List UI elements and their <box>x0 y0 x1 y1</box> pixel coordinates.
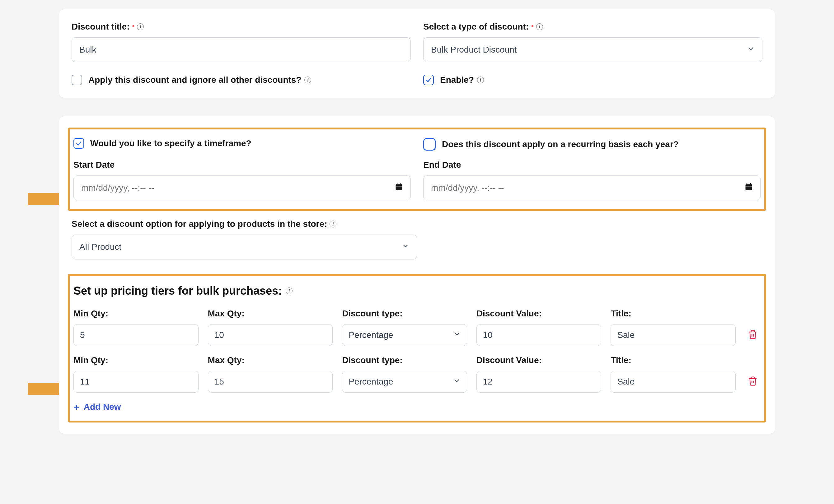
start-date-label: Start Date <box>73 160 411 170</box>
required-dot: • <box>531 23 534 29</box>
end-date-label: End Date <box>423 160 761 170</box>
start-date-input[interactable] <box>73 175 411 200</box>
svg-rect-4 <box>397 183 397 185</box>
discount-option-label: Select a discount option for applying to… <box>71 219 763 229</box>
tier-title-input[interactable] <box>611 371 736 393</box>
tier-type-select[interactable] <box>342 324 467 346</box>
help-icon[interactable]: i <box>536 23 543 30</box>
callout-arrow-1 <box>28 193 62 205</box>
tier-min-input[interactable] <box>73 324 199 346</box>
tier-value-label: Discount Value: <box>477 355 601 365</box>
discount-title-input[interactable] <box>71 37 411 62</box>
ignore-others-checkbox[interactable] <box>71 75 82 85</box>
tiers-highlight: Set up pricing tiers for bulk purchases:… <box>68 274 766 422</box>
tier-type-label: Discount type: <box>342 355 467 365</box>
tier-value-label: Discount Value: <box>477 309 601 319</box>
add-new-tier-button[interactable]: + Add New <box>73 402 761 412</box>
tier-row: Min Qty: Max Qty: Discount type: Discoun… <box>73 355 761 393</box>
calendar-icon[interactable] <box>395 183 403 194</box>
end-date-input[interactable] <box>423 175 761 200</box>
svg-rect-10 <box>746 186 752 187</box>
enable-label: Enable? i <box>440 75 484 85</box>
plus-icon: + <box>73 402 79 412</box>
trash-icon[interactable] <box>748 376 758 388</box>
svg-rect-8 <box>747 183 747 185</box>
timeframe-highlight: Would you like to specify a timeframe? D… <box>68 128 766 211</box>
tier-max-input[interactable] <box>208 371 333 393</box>
recurring-label: Does this discount apply on a recurring … <box>442 139 679 149</box>
discount-basic-card: Discount title: • i Select a type of dis… <box>59 9 775 98</box>
add-new-label: Add New <box>84 402 121 412</box>
discount-type-label: Select a type of discount: • i <box>423 22 763 32</box>
svg-rect-9 <box>750 183 751 185</box>
discount-type-select[interactable] <box>423 37 763 62</box>
tier-title-label: Title: <box>611 309 736 319</box>
tier-max-input[interactable] <box>208 324 333 346</box>
tier-value-input[interactable] <box>477 371 601 393</box>
ignore-others-label: Apply this discount and ignore all other… <box>88 75 311 85</box>
tier-type-select[interactable] <box>342 371 467 393</box>
tier-value-input[interactable] <box>477 324 601 346</box>
tier-min-input[interactable] <box>73 371 199 393</box>
help-icon[interactable]: i <box>330 221 336 227</box>
enable-checkbox[interactable] <box>423 75 434 85</box>
specify-timeframe-label: Would you like to specify a timeframe? <box>90 138 251 148</box>
calendar-icon[interactable] <box>744 183 753 194</box>
svg-rect-6 <box>396 186 402 187</box>
tier-min-label: Min Qty: <box>73 309 199 319</box>
recurring-checkbox[interactable] <box>423 138 436 151</box>
trash-icon[interactable] <box>748 329 758 342</box>
tier-max-label: Max Qty: <box>208 355 333 365</box>
discount-title-label: Discount title: • i <box>71 22 411 32</box>
help-icon[interactable]: i <box>304 76 311 83</box>
tier-min-label: Min Qty: <box>73 355 199 365</box>
tier-type-label: Discount type: <box>342 309 467 319</box>
svg-rect-5 <box>400 183 401 185</box>
required-dot: • <box>132 23 135 29</box>
svg-rect-7 <box>746 184 752 190</box>
help-icon[interactable]: i <box>286 287 292 294</box>
help-icon[interactable]: i <box>137 23 144 30</box>
tier-max-label: Max Qty: <box>208 309 333 319</box>
tiers-heading: Set up pricing tiers for bulk purchases:… <box>73 284 761 298</box>
discount-config-card: Would you like to specify a timeframe? D… <box>59 116 775 434</box>
callout-arrow-2 <box>28 383 62 395</box>
tier-title-input[interactable] <box>611 324 736 346</box>
help-icon[interactable]: i <box>477 76 484 83</box>
tier-row: Min Qty: Max Qty: Discount type: Discoun… <box>73 309 761 346</box>
tier-title-label: Title: <box>611 355 736 365</box>
discount-option-select[interactable] <box>71 235 417 260</box>
specify-timeframe-checkbox[interactable] <box>73 138 84 149</box>
